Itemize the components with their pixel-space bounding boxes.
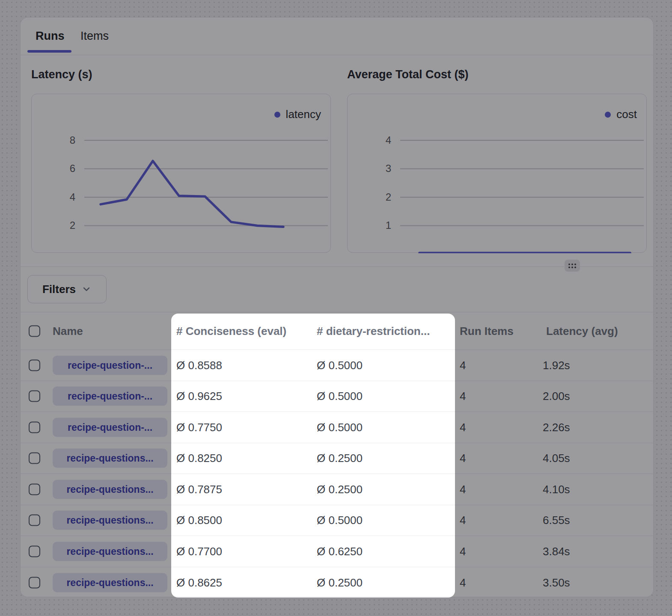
legend-label: cost [616, 108, 637, 121]
select-all-checkbox[interactable] [29, 325, 40, 337]
run-items-cell: 4 [460, 514, 466, 527]
active-tab-indicator [27, 50, 71, 53]
column-header-latency-avg: Latency (avg) [546, 324, 618, 338]
dietary-restriction-score-cell: Ø 0.5000 [317, 390, 363, 403]
legend-dot-icon [274, 112, 280, 118]
latency-avg-cell: 6.55s [543, 514, 570, 527]
run-items-cell: 4 [460, 421, 466, 434]
run-name-badge[interactable]: recipe-questions... [53, 449, 167, 468]
table-row[interactable]: recipe-questions... Ø 0.8250 Ø 0.2500 4 … [21, 443, 653, 474]
cost-legend: cost [605, 108, 637, 121]
cost-chart: 4 3 2 1 cost [347, 94, 647, 253]
table-row[interactable]: recipe-questions... Ø 0.7700 Ø 0.6250 4 … [21, 536, 653, 567]
runs-table: Name # Conciseness (eval) # dietary-rest… [21, 312, 653, 597]
run-items-cell: 4 [460, 452, 466, 465]
run-items-cell: 4 [460, 545, 466, 558]
runs-panel-card: Runs Items Latency (s) Average Total Cos… [20, 17, 654, 597]
chevron-down-icon [81, 284, 92, 294]
conciseness-score-cell: Ø 0.7875 [176, 483, 222, 496]
column-header-run-items: Run Items [460, 324, 514, 338]
row-checkbox[interactable] [29, 577, 40, 588]
tab-items[interactable]: Items [80, 30, 109, 43]
legend-label: latency [286, 108, 321, 121]
latency-avg-cell: 2.00s [543, 390, 570, 403]
filters-button[interactable]: Filters [27, 275, 107, 303]
run-items-cell: 4 [460, 483, 466, 496]
dietary-restriction-score-cell: Ø 0.2500 [317, 576, 363, 589]
latency-avg-cell: 2.26s [543, 421, 570, 434]
table-row[interactable]: recipe-question-... Ø 0.9625 Ø 0.5000 4 … [21, 381, 653, 412]
run-items-cell: 4 [460, 390, 466, 403]
conciseness-score-cell: Ø 0.9625 [176, 390, 222, 403]
resize-drag-handle[interactable] [565, 260, 580, 272]
latency-avg-cell: 4.10s [543, 483, 570, 496]
dietary-restriction-score-cell: Ø 0.6250 [317, 545, 363, 558]
table-row[interactable]: recipe-questions... Ø 0.8500 Ø 0.5000 4 … [21, 505, 653, 536]
y-tick-label: 4 [360, 134, 391, 146]
row-checkbox[interactable] [29, 421, 40, 433]
conciseness-score-cell: Ø 0.7700 [176, 545, 222, 558]
y-tick-label: 3 [360, 163, 391, 175]
page-background: Runs Items Latency (s) Average Total Cos… [0, 0, 672, 616]
run-name-badge[interactable]: recipe-questions... [53, 542, 167, 561]
conciseness-score-cell: Ø 0.7750 [176, 421, 222, 434]
row-checkbox[interactable] [29, 359, 40, 371]
table-row[interactable]: recipe-question-... Ø 0.7750 Ø 0.5000 4 … [21, 412, 653, 443]
run-name-badge[interactable]: recipe-questions... [53, 511, 167, 530]
y-tick-label: 6 [44, 163, 75, 175]
column-header-dietary-restriction: # dietary-restriction... [317, 324, 430, 338]
column-header-name: Name [53, 324, 83, 338]
latency-avg-cell: 4.05s [543, 452, 570, 465]
dietary-restriction-score-cell: Ø 0.2500 [317, 483, 363, 496]
run-name-badge[interactable]: recipe-question-... [53, 418, 167, 437]
conciseness-score-cell: Ø 0.8588 [176, 358, 222, 372]
y-tick-label: 2 [44, 219, 75, 231]
latency-line-series [101, 161, 283, 227]
table-row[interactable]: recipe-question-... Ø 0.8588 Ø 0.5000 4 … [21, 350, 653, 381]
tabs-divider [21, 55, 653, 55]
run-name-badge[interactable]: recipe-question-... [53, 355, 167, 375]
run-name-badge[interactable]: recipe-question-... [53, 387, 167, 406]
dietary-restriction-score-cell: Ø 0.5000 [317, 421, 363, 434]
row-checkbox[interactable] [29, 515, 40, 526]
cost-chart-title: Average Total Cost ($) [347, 68, 469, 81]
legend-dot-icon [605, 112, 611, 118]
y-tick-label: 2 [360, 191, 391, 203]
latency-chart-title: Latency (s) [31, 68, 92, 81]
row-checkbox[interactable] [29, 391, 40, 402]
run-items-cell: 4 [460, 358, 466, 372]
conciseness-score-cell: Ø 0.8625 [176, 576, 222, 589]
latency-avg-cell: 3.84s [543, 545, 570, 558]
tab-runs[interactable]: Runs [36, 30, 65, 43]
conciseness-score-cell: Ø 0.8250 [176, 452, 222, 465]
row-checkbox[interactable] [29, 545, 40, 557]
table-row[interactable]: recipe-questions... Ø 0.8625 Ø 0.2500 4 … [21, 567, 653, 598]
column-header-conciseness: # Conciseness (eval) [176, 324, 286, 338]
run-name-badge[interactable]: recipe-questions... [53, 480, 167, 499]
conciseness-score-cell: Ø 0.8500 [176, 514, 222, 527]
y-tick-label: 4 [44, 191, 75, 203]
latency-chart: 8 6 4 2 latency [31, 94, 331, 253]
filters-button-label: Filters [42, 283, 76, 296]
latency-avg-cell: 3.50s [543, 576, 570, 589]
latency-legend: latency [274, 108, 321, 121]
table-row[interactable]: recipe-questions... Ø 0.7875 Ø 0.2500 4 … [21, 474, 653, 505]
row-checkbox[interactable] [29, 453, 40, 464]
grip-dots-icon [568, 264, 576, 268]
run-name-badge[interactable]: recipe-questions... [53, 573, 167, 592]
y-tick-label: 8 [44, 134, 75, 146]
run-items-cell: 4 [460, 576, 466, 589]
charts-table-divider [21, 267, 653, 267]
dietary-restriction-score-cell: Ø 0.5000 [317, 514, 363, 527]
row-checkbox[interactable] [29, 483, 40, 495]
latency-avg-cell: 1.92s [543, 358, 570, 372]
dietary-restriction-score-cell: Ø 0.5000 [317, 358, 363, 372]
dietary-restriction-score-cell: Ø 0.2500 [317, 452, 363, 465]
table-header-row: Name # Conciseness (eval) # dietary-rest… [21, 312, 653, 350]
y-tick-label: 1 [360, 219, 391, 231]
